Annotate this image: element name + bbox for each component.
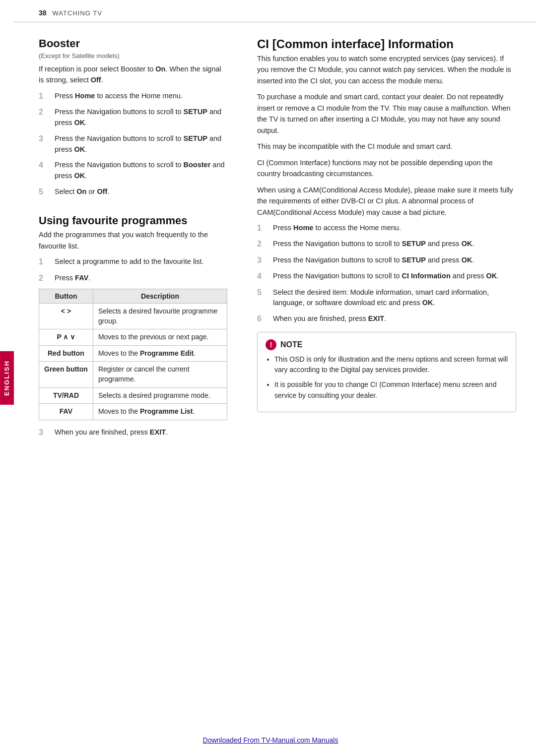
table-row: Red button Moves to the Programme Edit. — [39, 345, 227, 362]
table-cell-button: TV/RAD — [39, 387, 93, 404]
right-column: CI [Common interface] Information This f… — [242, 22, 536, 458]
favourite-step-1: 1 Select a programme to add to the favou… — [39, 256, 227, 267]
ci-step-2: 2 Press the Navigation buttons to scroll… — [257, 239, 516, 250]
table-header-description: Description — [93, 289, 227, 303]
ci-step-4: 4 Press the Navigation buttons to scroll… — [257, 271, 516, 282]
note-item-2: It is possible for you to change CI (Com… — [274, 379, 508, 401]
ci-body-2: To purchase a module and smart card, con… — [257, 91, 516, 136]
table-row: < > Selects a desired favourite programm… — [39, 303, 227, 329]
ci-title: CI [Common interface] Information — [257, 37, 516, 51]
ci-steps: 1 Press Home to access the Home menu. 2 … — [257, 223, 516, 324]
table-row: Green button Register or cancel the curr… — [39, 362, 227, 387]
table-cell-button: Green button — [39, 362, 93, 387]
note-list: This OSD is only for illustration and th… — [266, 354, 508, 401]
table-header-button: Button — [39, 289, 93, 303]
table-row: TV/RAD Selects a desired programme mode. — [39, 387, 227, 404]
language-tab: ENGLISH — [0, 351, 14, 405]
left-column: Booster (Except for Satellite models) If… — [14, 22, 242, 458]
booster-intro: If reception is poor select Booster to O… — [39, 63, 227, 86]
booster-title: Booster — [39, 37, 227, 50]
note-title: NOTE — [280, 340, 302, 349]
table-row: P ∧ ∨ Moves to the previous or next page… — [39, 329, 227, 346]
booster-section: Booster (Except for Satellite models) If… — [39, 37, 227, 197]
table-cell-description: Moves to the previous or next page. — [93, 329, 227, 346]
table-cell-button: < > — [39, 303, 93, 329]
table-cell-button: FAV — [39, 404, 93, 420]
favourite-steps: 1 Select a programme to add to the favou… — [39, 256, 227, 284]
ci-body-1: This function enables you to watch some … — [257, 53, 516, 86]
table-cell-description: Moves to the Programme List. — [93, 404, 227, 420]
booster-subtitle: (Except for Satellite models) — [39, 52, 227, 60]
note-icon: ! — [266, 339, 276, 350]
favourite-step-3: 3 When you are finished, press EXIT. — [39, 427, 227, 438]
booster-steps: 1 Press Home to access the Home menu. 2 … — [39, 91, 227, 197]
table-cell-description: Register or cancel the current programme… — [93, 362, 227, 387]
favourite-step-2: 2 Press FAV. — [39, 273, 227, 284]
ci-step-3: 3 Press the Navigation buttons to scroll… — [257, 255, 516, 266]
booster-step-1: 1 Press Home to access the Home menu. — [39, 91, 227, 102]
booster-step-3: 3 Press the Navigation buttons to scroll… — [39, 133, 227, 155]
booster-step-2: 2 Press the Navigation buttons to scroll… — [39, 107, 227, 128]
table-cell-button: P ∧ ∨ — [39, 329, 93, 346]
table-cell-button: Red button — [39, 345, 93, 362]
favourite-step3-list: 3 When you are finished, press EXIT. — [39, 427, 227, 438]
booster-step-5: 5 Select On or Off. — [39, 187, 227, 197]
table-row: FAV Moves to the Programme List. — [39, 404, 227, 420]
footer-link[interactable]: Downloaded From TV-Manual.com Manuals — [25, 736, 516, 744]
favourite-title: Using favourite programmes — [39, 214, 227, 227]
ci-body-5: When using a CAM(Conditional Access Modu… — [257, 185, 516, 218]
note-box: ! NOTE This OSD is only for illustration… — [257, 332, 516, 413]
favourite-section: Using favourite programmes Add the progr… — [39, 214, 227, 438]
ci-body-3: This may be incompatible with the CI mod… — [257, 141, 516, 152]
table-cell-description: Selects a desired favourite programme gr… — [93, 303, 227, 329]
page-top-bar: 38 WATCHING TV — [14, 0, 536, 22]
note-item-1: This OSD is only for illustration and th… — [274, 354, 508, 376]
booster-step-4: 4 Press the Navigation buttons to scroll… — [39, 160, 227, 182]
page-section-label: WATCHING TV — [53, 9, 102, 17]
page-number: 38 — [39, 9, 47, 17]
ci-step-1: 1 Press Home to access the Home menu. — [257, 223, 516, 234]
ci-step-6: 6 When you are finished, press EXIT. — [257, 314, 516, 324]
favourite-intro: Add the programmes that you watch freque… — [39, 229, 227, 252]
favourite-table: Button Description < > Selects a desired… — [39, 289, 227, 420]
ci-section: CI [Common interface] Information This f… — [257, 37, 516, 412]
page-content: Booster (Except for Satellite models) If… — [14, 22, 536, 458]
note-header: ! NOTE — [266, 339, 508, 350]
ci-step-5: 5 Select the desired item: Module inform… — [257, 287, 516, 309]
ci-body-4: CI (Common Interface) functions may not … — [257, 157, 516, 180]
table-cell-description: Selects a desired programme mode. — [93, 387, 227, 404]
table-cell-description: Moves to the Programme Edit. — [93, 345, 227, 362]
